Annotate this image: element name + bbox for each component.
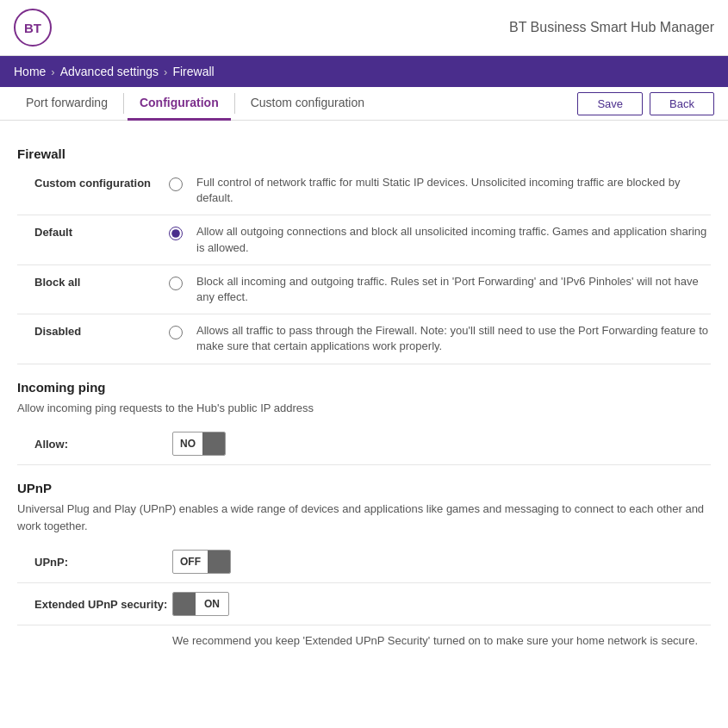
firewall-radio-custom[interactable]	[169, 177, 183, 191]
firewall-label-custom: Custom configuration	[17, 175, 155, 190]
extended-upnp-row: Extended UPnP security: ON	[17, 583, 711, 625]
firewall-desc-disabled: Allows all traffic to pass through the F…	[196, 323, 711, 354]
firewall-section-title: Firewall	[17, 146, 711, 161]
breadcrumb-sep-2: ›	[164, 65, 167, 78]
main-content: Firewall Custom configuration Full contr…	[0, 121, 728, 667]
upnp-desc: Universal Plug and Play (UPnP) enables a…	[17, 501, 711, 534]
save-button[interactable]: Save	[577, 92, 643, 115]
breadcrumb: Home › Advanced settings › Firewall	[0, 56, 728, 87]
firewall-label-default: Default	[17, 224, 155, 239]
allow-ping-row: Allow: NO	[17, 423, 711, 465]
recommend-text: We recommend you keep 'Extended UPnP Sec…	[17, 625, 711, 653]
firewall-label-disabled: Disabled	[17, 323, 155, 338]
tab-divider-1	[123, 93, 124, 114]
breadcrumb-advanced-settings[interactable]: Advanced settings	[60, 65, 159, 78]
breadcrumb-sep-1: ›	[51, 65, 54, 78]
allow-ping-toggle[interactable]: NO	[172, 432, 226, 456]
firewall-radio-default[interactable]	[169, 227, 183, 240]
extended-upnp-label: Extended UPnP security:	[17, 598, 172, 611]
header: BT BT Business Smart Hub Manager	[0, 0, 728, 56]
breadcrumb-firewall: Firewall	[172, 65, 214, 78]
tab-actions: Save Back	[577, 92, 714, 115]
allow-ping-label: Allow:	[17, 438, 172, 451]
allow-ping-toggle-label: NO	[173, 434, 202, 453]
firewall-row-default: Default Allow all outgoing connections a…	[17, 215, 711, 264]
incoming-ping-desc: Allow incoming ping requests to the Hub'…	[17, 400, 711, 417]
firewall-row-blockall: Block all Block all incoming and outgoin…	[17, 265, 711, 314]
upnp-toggle[interactable]: OFF	[172, 550, 231, 574]
extended-upnp-toggle[interactable]: ON	[172, 592, 229, 616]
firewall-options: Custom configuration Full control of net…	[17, 166, 711, 364]
allow-ping-toggle-knob	[202, 432, 225, 455]
firewall-row-disabled: Disabled Allows all traffic to pass thro…	[17, 314, 711, 364]
bt-logo: BT	[14, 9, 52, 47]
firewall-row-custom: Custom configuration Full control of net…	[17, 166, 711, 215]
upnp-label: UPnP:	[17, 556, 172, 569]
upnp-title: UPnP	[17, 481, 711, 495]
tab-configuration[interactable]: Configuration	[128, 87, 231, 121]
extended-upnp-toggle-knob	[173, 593, 196, 615]
breadcrumb-home[interactable]: Home	[14, 65, 46, 78]
firewall-desc-custom: Full control of network traffic for mult…	[196, 175, 711, 206]
tab-divider-2	[234, 93, 235, 114]
incoming-ping-title: Incoming ping	[17, 380, 711, 395]
app-title: BT Business Smart Hub Manager	[509, 20, 714, 35]
back-button[interactable]: Back	[650, 92, 714, 115]
upnp-row: UPnP: OFF	[17, 541, 711, 583]
firewall-label-blockall: Block all	[17, 274, 155, 289]
tabs-bar: Port forwarding Configuration Custom con…	[0, 87, 728, 121]
firewall-desc-default: Allow all outgoing connections and block…	[196, 224, 711, 255]
tab-port-forwarding[interactable]: Port forwarding	[14, 87, 120, 121]
firewall-desc-blockall: Block all incoming and outgoing traffic.…	[196, 274, 711, 305]
firewall-radio-disabled[interactable]	[169, 326, 183, 339]
upnp-toggle-knob	[208, 551, 230, 573]
firewall-radio-blockall[interactable]	[169, 277, 183, 290]
upnp-toggle-label: OFF	[173, 552, 208, 571]
tab-custom-configuration[interactable]: Custom configuration	[239, 87, 376, 121]
extended-upnp-toggle-label: ON	[196, 594, 228, 613]
